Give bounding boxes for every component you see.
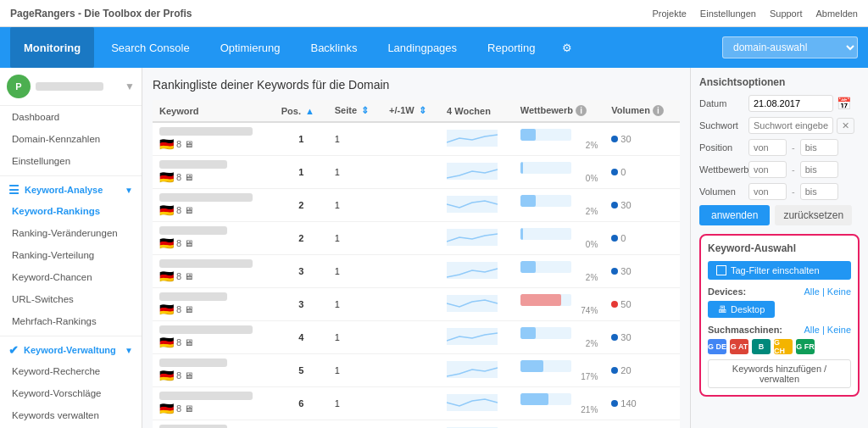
position-von-input[interactable] xyxy=(748,139,787,156)
sidebar-item-ranking-verteilung[interactable]: Ranking-Verteilung xyxy=(0,244,142,266)
sidebar-item-ranking-veranderungen[interactable]: Ranking-Veränderungen xyxy=(0,222,142,244)
wettbewerb-cell: 0% xyxy=(514,222,604,255)
wettbewerb-cell xyxy=(514,420,604,429)
keyword-cell: 🇩🇪8🖥 xyxy=(153,354,275,387)
sparkline-cell xyxy=(440,288,514,321)
domain-name-blurred xyxy=(36,82,103,91)
keyword-analyse-icon: ☰ xyxy=(8,183,19,197)
sidebar-domain[interactable]: P ▼ xyxy=(0,68,142,106)
sidebar-item-url-switches[interactable]: URL-Switches xyxy=(0,288,142,310)
search-engines-icons: G DE G AT B G CH G FR xyxy=(708,339,851,354)
pos-cell: 1 xyxy=(275,156,328,189)
col-delta[interactable]: +/-1W ⇕ xyxy=(382,100,440,122)
seite-cell: 1 xyxy=(328,321,382,354)
sidebar-item-einstellungen[interactable]: Einstellungen xyxy=(0,150,142,172)
seite-cell: 1 xyxy=(328,387,382,420)
pos-cell: 2 xyxy=(275,189,328,222)
keyword-cell: 🇩🇪8🖥 xyxy=(153,321,275,354)
col-keyword[interactable]: Keyword xyxy=(153,100,275,122)
col-volumen: Volumen i xyxy=(604,100,680,122)
devices-all[interactable]: Alle xyxy=(804,286,820,297)
nav-settings-gear[interactable]: ⚙ xyxy=(552,27,582,68)
sparkline-cell xyxy=(440,189,514,222)
nav-optimierung[interactable]: Optimierung xyxy=(207,27,294,68)
svg-rect-0 xyxy=(447,130,498,147)
devices-none[interactable]: Keine xyxy=(827,286,851,297)
keyword-cell: 🇩🇪8🖥 xyxy=(153,222,275,255)
nav-backlinks[interactable]: Backlinks xyxy=(297,27,370,68)
col-seite[interactable]: Seite ⇕ xyxy=(328,100,382,122)
suchmaschinen-none[interactable]: Keine xyxy=(827,325,851,335)
sparkline-chart xyxy=(447,262,498,279)
sidebar: P ▼ Dashboard Domain-Kennzahlen Einstell… xyxy=(0,68,142,428)
volumen-info-icon[interactable]: i xyxy=(653,105,664,116)
sparkline-cell xyxy=(440,222,514,255)
table-row: 🇩🇪8🖥110% 0 xyxy=(153,156,680,189)
wettbewerb-bis-input[interactable] xyxy=(800,161,838,178)
se-google-at-icon[interactable]: G AT xyxy=(730,339,748,354)
volumen-cell xyxy=(604,420,680,429)
keywords-add-button[interactable]: Keywords hinzufügen / verwalten xyxy=(708,359,851,388)
sidebar-item-domain-kennzahlen[interactable]: Domain-Kennzahlen xyxy=(0,128,142,150)
rankings-table: Keyword Pos. ▲ Seite ⇕ +/-1W ⇕ 4 Wochen … xyxy=(153,100,680,428)
wettbewerb-cell: 2% xyxy=(514,122,604,156)
support-link[interactable]: Support xyxy=(770,8,803,19)
volumen-row: Volumen - xyxy=(699,183,860,200)
checkbox-icon xyxy=(716,265,726,275)
nav-landingpages[interactable]: Landingpages xyxy=(374,27,470,68)
apply-button[interactable]: anwenden xyxy=(699,205,770,225)
delta-cell xyxy=(382,420,440,429)
devices-label: Devices: xyxy=(708,286,746,297)
collapse-icon-2[interactable]: ▼ xyxy=(125,346,133,355)
delta-cell xyxy=(382,321,440,354)
domain-selector[interactable]: domain-auswahl xyxy=(722,36,858,58)
se-google-fr-icon[interactable]: G FR xyxy=(796,339,815,354)
keyword-auswahl-title: Keyword-Auswahl xyxy=(708,242,851,254)
table-row: 🇩🇪8🖥6121% 140 xyxy=(153,387,680,420)
suchmaschinen-all[interactable]: Alle xyxy=(804,325,820,335)
datum-label: Datum xyxy=(699,98,745,108)
sidebar-item-dashboard[interactable]: Dashboard xyxy=(0,106,142,128)
col-pos[interactable]: Pos. ▲ xyxy=(275,100,328,122)
top-bar: PageRangers - Die Toolbox der Profis Pro… xyxy=(0,0,868,27)
sidebar-item-keyword-vorschlage[interactable]: Keyword-Vorschläge xyxy=(0,382,142,404)
volumen-bis-input[interactable] xyxy=(800,183,838,200)
suchwort-input[interactable] xyxy=(748,117,833,134)
se-google-ch-icon[interactable]: G CH xyxy=(774,339,793,354)
se-google-de-icon[interactable]: G DE xyxy=(708,339,726,354)
volumen-cell: 50 xyxy=(604,288,680,321)
nav-search-console[interactable]: Search Console xyxy=(97,27,203,68)
reset-button[interactable]: zurücksetzen xyxy=(775,205,852,225)
nav-reporting[interactable]: Reporting xyxy=(474,27,548,68)
dropdown-arrow[interactable]: ▼ xyxy=(125,81,135,92)
nav-search: domain-auswahl xyxy=(722,36,858,58)
suchwort-clear-button[interactable]: ✕ xyxy=(837,118,854,134)
pos-cell: 2 xyxy=(275,222,328,255)
sidebar-item-keywords-verwalten[interactable]: Keywords verwalten xyxy=(0,404,142,426)
sidebar-item-mehrfach-rankings[interactable]: Mehrfach-Rankings xyxy=(0,310,142,332)
collapse-icon[interactable]: ▼ xyxy=(125,186,133,195)
delta-cell xyxy=(382,222,440,255)
sparkline-cell xyxy=(440,387,514,420)
sidebar-item-keyword-chancen[interactable]: Keyword-Chancen xyxy=(0,266,142,288)
keyword-cell: 🇩🇪8🖥 xyxy=(153,189,275,222)
sidebar-item-keyword-recherche[interactable]: Keyword-Recherche xyxy=(0,360,142,382)
top-bar-actions: Projekte Einstellungen Support Abmelden xyxy=(653,8,859,19)
position-bis-input[interactable] xyxy=(800,139,838,156)
einstellungen-link[interactable]: Einstellungen xyxy=(700,8,756,19)
tag-filter-button[interactable]: Tag-Filter einschalten xyxy=(708,261,851,280)
sidebar-item-keyword-rankings[interactable]: Keyword-Rankings xyxy=(0,200,142,222)
calendar-icon[interactable]: 📅 xyxy=(837,97,851,110)
desktop-button[interactable]: 🖶 Desktop xyxy=(708,301,775,318)
svg-rect-5 xyxy=(447,295,498,312)
projekte-link[interactable]: Projekte xyxy=(653,8,687,19)
main-nav: Monitoring Search Console Optimierung Ba… xyxy=(0,27,868,68)
seite-cell: 1 xyxy=(328,255,382,288)
nav-monitoring[interactable]: Monitoring xyxy=(10,27,94,68)
datum-input[interactable] xyxy=(748,95,833,112)
wettbewerb-von-input[interactable] xyxy=(748,161,787,178)
se-bing-icon[interactable]: B xyxy=(752,339,771,354)
volumen-von-input[interactable] xyxy=(748,183,787,200)
wettbewerb-info-icon[interactable]: i xyxy=(576,105,587,116)
abmelden-link[interactable]: Abmelden xyxy=(815,8,858,19)
